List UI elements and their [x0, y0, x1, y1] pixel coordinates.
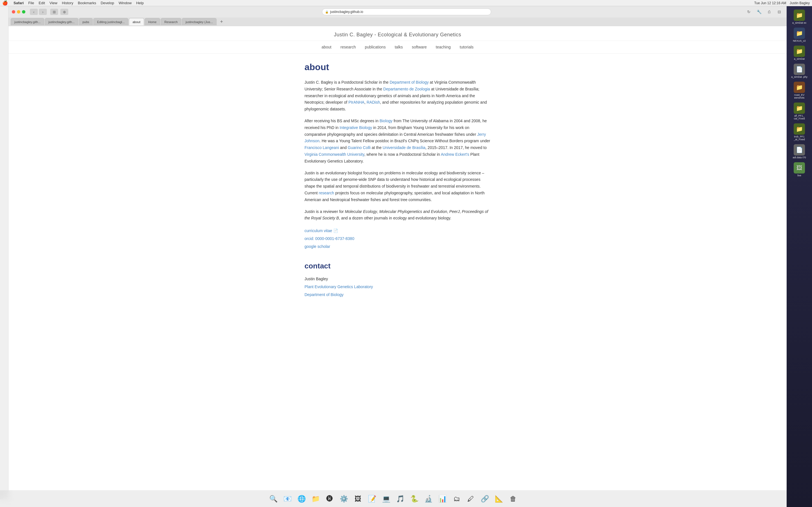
- desktop-icon-live[interactable]: 🖼 live: [788, 161, 811, 178]
- link-biology[interactable]: Biology: [379, 119, 393, 123]
- tab-pubs[interactable]: pubs: [79, 18, 93, 25]
- new-tab-button[interactable]: +: [218, 18, 225, 25]
- link-jerry-johnson[interactable]: Jerry Johnson: [305, 132, 486, 144]
- desktop-icon-nexus[interactable]: 📁 NEXUS_v2: [788, 26, 811, 43]
- dock-safari[interactable]: 🌐: [296, 493, 308, 505]
- link-plant-evo[interactable]: Plant Evolutionary Genetics Laboratory: [305, 284, 373, 289]
- dock-notes[interactable]: 📝: [366, 493, 378, 505]
- link-google-scholar[interactable]: google scholar: [305, 244, 330, 249]
- link-integrative-biology[interactable]: Integrative Biology: [340, 125, 372, 130]
- site-nav: about research publications talks softwa…: [8, 41, 786, 54]
- desktop-icon-simdat[interactable]: 📁 a_simDat ex: [788, 8, 811, 25]
- dock-finder2[interactable]: 📁: [310, 493, 322, 505]
- menubar-safari[interactable]: Safari: [13, 1, 24, 5]
- link-unb[interactable]: Universidade de Brasília: [383, 145, 425, 150]
- contact-name: Justin Bagley: [305, 275, 491, 283]
- tab-editing[interactable]: Editing justincbagl...: [93, 18, 128, 25]
- lock-icon: 🔒: [325, 10, 328, 13]
- dock-app6[interactable]: 🔗: [479, 493, 491, 505]
- address-bar[interactable]: 🔒 justincbagley.github.io: [322, 8, 491, 15]
- nav-teaching[interactable]: teaching: [436, 45, 451, 49]
- dock-app3[interactable]: 📊: [437, 493, 449, 505]
- link-radish[interactable]: RADish: [366, 100, 380, 105]
- dock-finder[interactable]: 🔍: [267, 493, 280, 505]
- link-guarino-colli[interactable]: Guarino Colli: [348, 145, 370, 150]
- dock-settings[interactable]: ⚙️: [338, 493, 350, 505]
- menubar: 🍎 Safari File Edit View History Bookmark…: [0, 0, 812, 6]
- contact-heading: contact: [305, 262, 491, 270]
- link-cv[interactable]: curriculum vitae 📄: [305, 228, 338, 233]
- dock-app7[interactable]: 📐: [493, 493, 505, 505]
- menubar-history[interactable]: History: [62, 1, 73, 5]
- menubar-window[interactable]: Window: [119, 1, 132, 5]
- bookmarks-button[interactable]: ⊕: [60, 9, 68, 15]
- menubar-bookmarks[interactable]: Bookmarks: [78, 1, 96, 5]
- dock-app5[interactable]: 🖊: [465, 493, 477, 505]
- minimize-button[interactable]: [17, 10, 20, 13]
- menubar-develop[interactable]: Develop: [101, 1, 114, 5]
- tab-home[interactable]: Home: [145, 18, 160, 25]
- tab-about[interactable]: about: [129, 18, 144, 25]
- page-title: about: [305, 62, 491, 72]
- link-research[interactable]: research: [319, 191, 334, 195]
- tab-1[interactable]: justincbagley.gith...: [45, 18, 79, 25]
- nav-about[interactable]: about: [321, 45, 331, 49]
- desktop-icon-alf[interactable]: 📁 alf_PF1_ cat_Fixed: [788, 101, 811, 121]
- maximize-button[interactable]: [22, 10, 26, 13]
- new-tab-grid-button[interactable]: ⊟: [775, 9, 783, 15]
- sidebar-toggle-button[interactable]: ⊞: [50, 9, 58, 15]
- dock-terminal[interactable]: 💻: [380, 493, 393, 505]
- browser-window: ‹ › ⊞ ⊕ 🔒 justincbagley.github.io ↻ 🔧 ⎙ …: [8, 6, 786, 26]
- journal-mol-ecology: Molecular Ecology: [345, 209, 377, 214]
- tab-0[interactable]: justincbagley.gith...: [11, 18, 44, 25]
- tab-research[interactable]: Research: [161, 18, 181, 25]
- extensions-button[interactable]: 🔧: [755, 9, 763, 15]
- nav-tutorials[interactable]: tutorials: [460, 45, 474, 49]
- dock-wordpress[interactable]: 🅦: [324, 493, 336, 505]
- dock-app4[interactable]: 🗂: [451, 493, 463, 505]
- link-depto-zoologia[interactable]: Departamento de Zoologia: [383, 87, 430, 91]
- close-button[interactable]: [12, 10, 15, 13]
- menubar-user: Justin Bagley: [790, 1, 810, 5]
- dock-mail[interactable]: 📧: [282, 493, 294, 505]
- desktop-icon-simdat2[interactable]: 📁 a_simDat: [788, 45, 811, 61]
- back-button[interactable]: ‹: [30, 9, 38, 15]
- apple-menu[interactable]: 🍎: [2, 0, 8, 6]
- link-francisco-langeani[interactable]: Francisco Langeani: [305, 145, 339, 150]
- menubar-file[interactable]: File: [28, 1, 34, 5]
- nav-research[interactable]: research: [340, 45, 356, 49]
- link-vcu[interactable]: Virginia Commonwealth University: [305, 152, 364, 157]
- traffic-lights: [12, 10, 26, 13]
- menubar-help[interactable]: Help: [136, 1, 144, 5]
- nav-publications[interactable]: publications: [365, 45, 386, 49]
- dock-trash[interactable]: 🗑: [507, 493, 519, 505]
- desktop-panel: 📁 a_simDat ex 📁 NEXUS_v2 📁 a_simDat 📄 a_…: [786, 6, 812, 507]
- link-orcid[interactable]: orcid: 0000-0001-6737-8380: [305, 236, 354, 241]
- desktop-icon-trob[interactable]: 📁 trob_PF1 _at_Fixed: [788, 122, 811, 142]
- link-dept-bio-contact[interactable]: Department of Biology: [305, 292, 344, 297]
- menubar-view[interactable]: View: [50, 1, 57, 5]
- left-sidebar: [0, 0, 8, 499]
- link-piranha[interactable]: PIrANHA: [349, 100, 364, 105]
- dock-app2[interactable]: 🔬: [422, 493, 435, 505]
- menubar-time: Tue Jun 12 12:16 AM: [754, 1, 786, 5]
- desktop-icon-rcast[interactable]: 📁 rcast_EV eenshots: [788, 80, 811, 100]
- dock-music[interactable]: 🎵: [394, 493, 407, 505]
- tab-justincbagley[interactable]: justincbagley (Jus...: [182, 18, 216, 25]
- nav-talks[interactable]: talks: [395, 45, 403, 49]
- menubar-edit[interactable]: Edit: [39, 1, 45, 5]
- share-button[interactable]: ⎙: [765, 9, 773, 15]
- reload-button[interactable]: ↻: [745, 9, 753, 15]
- desktop-icon-adi[interactable]: 📄 adi.data t70: [788, 143, 811, 160]
- dock-app1[interactable]: 🐍: [408, 493, 421, 505]
- journal-mol-phylo: Molecular Phylogenetics and Evolution: [379, 209, 447, 214]
- link-dept-biology[interactable]: Department of Biology: [390, 80, 429, 84]
- contact-info: Justin Bagley Plant Evolutionary Genetic…: [305, 275, 491, 298]
- forward-button[interactable]: ›: [39, 9, 47, 15]
- external-links: curriculum vitae 📄 orcid: 0000-0001-6737…: [305, 227, 491, 250]
- link-andrew-eckert[interactable]: Andrew Eckert's: [441, 152, 469, 157]
- site-title: Justin C. Bagley - Ecological & Evolutio…: [8, 32, 786, 38]
- desktop-icon-phy[interactable]: 📄 a_simDat .phy: [788, 62, 811, 79]
- nav-software[interactable]: software: [412, 45, 427, 49]
- dock-photos[interactable]: 🖼: [352, 493, 364, 505]
